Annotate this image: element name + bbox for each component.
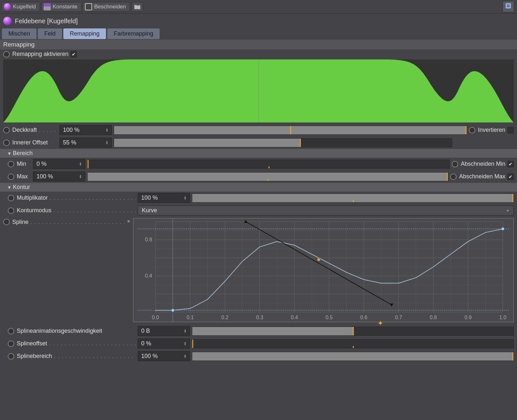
abschneiden-min-label: Abschneiden Min <box>461 161 505 167</box>
deckkraft-slider[interactable] <box>114 126 467 135</box>
splineanimationsgeschwindigkeit-slider[interactable] <box>192 327 514 336</box>
new-folder-button[interactable]: + <box>132 2 143 12</box>
slider-default-tick <box>353 200 354 202</box>
slider-fill <box>192 352 513 361</box>
kontur-header[interactable]: ▼Kontur <box>0 183 517 192</box>
min-anim[interactable] <box>8 161 14 167</box>
splinebereich-slider[interactable] <box>192 352 514 361</box>
deckkraft-field[interactable]: 100 % ▲▼ <box>59 125 112 135</box>
spinner-icon[interactable]: ▲▼ <box>106 128 108 132</box>
abschneiden-max-checkbox[interactable] <box>507 173 514 180</box>
splineoffset-field[interactable]: 0 % ▲▼ <box>138 339 190 349</box>
tab-bar: Mischen Feld Remapping Farbremapping <box>0 28 517 40</box>
svg-point-53 <box>171 309 174 312</box>
innerer-offset-slider[interactable] <box>114 138 452 147</box>
svg-text:0.0: 0.0 <box>152 315 159 320</box>
slider-handle <box>353 327 354 335</box>
abschneiden-max-anim[interactable] <box>450 173 457 180</box>
splineanimationsgeschwindigkeit-label: Splineanimationsgeschwindigkeit <box>17 328 136 334</box>
splinebereich-anim[interactable] <box>8 353 14 360</box>
tab-mischen[interactable]: Mischen <box>2 28 37 39</box>
konturmodus-anim[interactable] <box>8 207 14 214</box>
slider-fill <box>114 139 300 147</box>
deckkraft-label: Deckkraft <box>12 127 58 133</box>
min-field[interactable]: 0 % ▲▼ <box>33 159 85 169</box>
bereich-title: Bereich <box>13 150 33 156</box>
remapping-enable-anim[interactable] <box>3 51 10 58</box>
kugelfeld-label: Kugelfeld <box>13 4 36 10</box>
crop-icon <box>85 3 92 10</box>
slider-default-tick <box>268 179 269 181</box>
splineanimationsgeschwindigkeit-field[interactable]: 0 B ▲▼ <box>138 326 190 336</box>
splineoffset-anim[interactable] <box>8 341 14 347</box>
multiplikator-label: Multiplikator <box>17 194 136 201</box>
spline-curve-editor[interactable]: 0.00.10.20.30.40.50.60.70.80.91.00.40.8 … <box>133 218 514 322</box>
toggle-icon <box>505 2 512 11</box>
innerer-offset-label: Innerer Offset <box>12 139 58 146</box>
konturmodus-label: Konturmodus <box>17 207 136 214</box>
multiplikator-anim[interactable] <box>8 195 14 201</box>
spline-anim[interactable] <box>3 219 10 225</box>
splinebereich-field[interactable]: 100 % ▲▼ <box>138 351 190 361</box>
splineanimationsgeschwindigkeit-value: 0 B <box>141 328 150 334</box>
slider-default-tick <box>353 346 354 348</box>
min-value: 0 % <box>37 161 47 167</box>
tab-farbremapping[interactable]: Farbremapping <box>107 28 160 39</box>
invertieren-anim[interactable] <box>469 127 475 133</box>
abschneiden-min-anim[interactable] <box>452 161 458 167</box>
spinner-icon[interactable]: ▲▼ <box>184 342 186 346</box>
spinner-icon[interactable]: ▲▼ <box>184 354 186 358</box>
splineanimationsgeschwindigkeit-anim[interactable] <box>8 328 14 334</box>
sphere-icon <box>3 17 12 25</box>
invertieren-label: Invertieren <box>478 127 505 133</box>
tab-feld[interactable]: Feld <box>38 28 62 39</box>
tab-remapping[interactable]: Remapping <box>63 28 106 39</box>
mode-toggle-button[interactable] <box>502 1 514 12</box>
svg-text:0.9: 0.9 <box>464 315 471 320</box>
spinner-icon[interactable]: ▲▼ <box>184 196 186 200</box>
max-label: Max <box>17 173 31 180</box>
svg-text:0.8: 0.8 <box>145 237 152 242</box>
multiplikator-field[interactable]: 100 % ▲▼ <box>138 193 190 203</box>
max-slider[interactable] <box>87 172 448 181</box>
remapping-enable-checkbox[interactable] <box>70 51 77 58</box>
slider-handle <box>192 340 193 348</box>
remapping-preview-graph[interactable] <box>3 59 514 122</box>
deckkraft-value: 100 % <box>63 127 79 133</box>
object-header: Feldebene [Kugelfeld] <box>0 14 517 28</box>
konturmodus-dropdown[interactable]: Kurve ▼ <box>138 205 514 215</box>
svg-text:0.8: 0.8 <box>430 315 437 320</box>
max-anim[interactable] <box>8 173 14 180</box>
remapping-enable-label: Remapping aktivieren <box>12 51 69 58</box>
svg-text:0.4: 0.4 <box>291 315 298 320</box>
bereich-header[interactable]: ▼Bereich <box>0 149 517 158</box>
spinner-icon[interactable]: ▲▼ <box>79 175 82 179</box>
max-field[interactable]: 100 % ▲▼ <box>33 172 85 182</box>
slider-handle <box>512 352 513 361</box>
innerer-offset-field[interactable]: 55 % ▲▼ <box>59 138 112 148</box>
splineoffset-slider[interactable] <box>192 339 514 348</box>
spinner-icon[interactable]: ▲▼ <box>106 141 108 145</box>
slider-handle <box>88 160 89 168</box>
spinner-icon[interactable]: ▲▼ <box>79 162 82 166</box>
konstante-button[interactable]: Konstante <box>41 2 82 12</box>
slider-default-tick <box>269 166 269 168</box>
preview-center-line <box>258 59 259 122</box>
svg-point-54 <box>317 258 320 261</box>
spinner-icon[interactable]: ▲▼ <box>184 329 186 333</box>
splineoffset-label: Splineoffset <box>17 340 136 347</box>
svg-marker-51 <box>244 220 248 223</box>
invertieren-checkbox[interactable] <box>507 127 514 133</box>
expand-icon[interactable]: ▶ <box>128 219 131 223</box>
svg-text:0.4: 0.4 <box>145 273 152 278</box>
spline-label: Spline <box>12 219 126 226</box>
kugelfeld-button[interactable]: Kugelfeld <box>2 2 40 12</box>
deckkraft-anim[interactable] <box>3 127 10 133</box>
beschneiden-button[interactable]: Beschneiden <box>83 2 130 12</box>
splinebereich-label: Splinebereich <box>17 353 136 360</box>
svg-text:0.5: 0.5 <box>325 315 332 320</box>
multiplikator-slider[interactable] <box>192 194 514 203</box>
abschneiden-min-checkbox[interactable] <box>507 161 514 167</box>
innerer-offset-anim[interactable] <box>3 140 10 146</box>
min-slider[interactable] <box>87 160 450 169</box>
